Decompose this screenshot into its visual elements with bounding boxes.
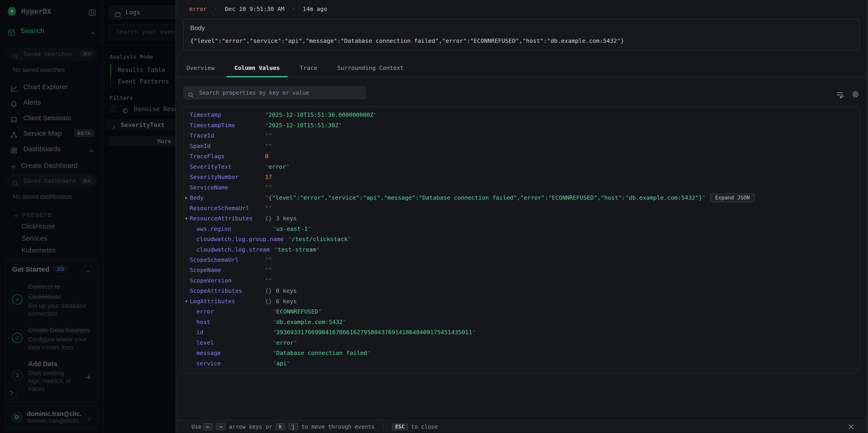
gear-icon[interactable] [851,89,860,97]
property-row-scopeattributes[interactable]: ScopeAttributes{}0 keys [184,286,859,296]
property-row-timestamptime[interactable]: TimestampTime"2025-12-10T15:51:30Z" [184,120,859,130]
property-key: Timestamp [190,110,265,120]
footer-text: arrow keys or [229,424,272,430]
property-value: "us-east-1" [273,224,311,234]
property-row-aws-region[interactable]: aws.region"us-east-1" [184,224,859,234]
properties-table: Timestamp"2025-12-10T15:51:30.000000000Z… [183,106,860,369]
property-key: LogAttributes [190,296,265,306]
property-value: {}3 keys [265,213,297,223]
tab-column-values[interactable]: Column Values [226,59,287,77]
properties-search-input[interactable] [198,89,361,97]
property-row-traceid[interactable]: TraceId"" [184,130,859,141]
app: HyperDX Search [0,0,868,433]
expander-collapsed-icon[interactable]: ▶ [185,193,188,203]
footer-text: Use [191,424,202,430]
detail-tabs: OverviewColumn ValuesTraceSurrounding Co… [176,59,868,77]
search-icon [188,90,194,96]
property-value: "api" [273,358,290,369]
property-key: message [196,348,273,358]
property-key: host [196,317,273,327]
property-row-message[interactable]: message"Database connection failed" [184,348,859,358]
property-value: "error" [273,338,298,348]
property-row-scopename[interactable]: ScopeName"" [184,265,859,275]
property-row-scopeversion[interactable]: ScopeVersion"" [184,275,859,286]
wrap-lines-icon[interactable] [836,89,844,97]
property-row-resourceschemaurl[interactable]: ResourceSchemaUrl"" [184,203,859,213]
kbd-arrow-right: → [216,423,226,430]
property-key: SeverityNumber [190,172,265,182]
property-key: SpanId [190,141,265,151]
divider [383,423,383,430]
expand-json-button[interactable]: Expand JSON [710,193,755,202]
property-row-timestamp[interactable]: Timestamp"2025-12-10T15:51:30.000000000Z… [184,110,859,120]
property-key: level [196,338,273,348]
event-details-panel: error · Dec 10 9:51:30 AM · 14m ago Body… [176,0,868,433]
property-key: ResourceAttributes [190,213,265,223]
scrollbar[interactable] [866,0,868,433]
property-row-scopeschemaurl[interactable]: ScopeSchemaUrl"" [184,255,859,265]
property-key: error [196,306,273,317]
property-value: "{"level":"error","service":"api","messa… [265,193,706,203]
property-row-cloudwatch-log-group-name[interactable]: cloudwatch.log.group.name"/test/clicksta… [184,234,859,244]
property-key: ScopeName [190,265,265,275]
footer-bar: Use ← → arrow keys or k j to move throug… [176,420,868,433]
property-row-spanid[interactable]: SpanId"" [184,141,859,151]
property-value: "" [265,255,272,265]
property-row-service[interactable]: service"api" [184,358,859,369]
property-key: aws.region [196,224,273,234]
property-key: SeverityText [190,162,265,172]
tab-surrounding-context[interactable]: Surrounding Context [330,59,411,77]
property-value: "test-stream" [274,245,320,255]
property-key: ScopeVersion [190,275,265,286]
property-row-traceflags[interactable]: TraceFlags0 [184,151,859,161]
expander-expanded-icon[interactable]: ▼ [185,296,188,306]
property-row-host[interactable]: host"db.example.com:5432" [184,317,859,327]
footer-text: to move through events [302,424,375,430]
property-row-level[interactable]: level"error" [184,338,859,348]
property-value: "Database connection failed" [273,348,371,358]
property-row-error[interactable]: error"ECONNREFUSED" [184,306,859,317]
property-row-severitynumber[interactable]: SeverityNumber17 [184,172,859,182]
property-value: "" [265,130,272,141]
property-key: service [196,358,273,369]
property-value: {}0 keys [265,286,297,296]
event-age: 14m ago [303,5,327,12]
property-key: ResourceSchemaUrl [190,203,265,213]
property-key: ScopeSchemaUrl [190,255,265,265]
property-key: id [196,327,273,337]
property-key: TraceId [190,130,265,141]
property-value: "2025-12-10T15:51:30Z" [265,120,342,130]
property-key: cloudwatch.log.group.name [196,234,288,244]
property-value: "" [265,141,272,151]
property-row-body[interactable]: ▶Body"{"level":"error","service":"api","… [184,193,859,203]
property-key: cloudwatch.log.stream [196,245,274,255]
property-value: "" [265,275,272,286]
kbd-k: k [276,423,285,430]
property-value: "/test/clickstack" [288,234,351,244]
property-value: "error" [265,162,290,172]
expander-expanded-icon[interactable]: ▼ [185,213,188,223]
property-value: "" [265,182,272,193]
property-value: "393693317069904167066162795804376914186… [273,327,476,337]
property-row-id[interactable]: id"3936933170699041670661627958043769141… [184,327,859,337]
property-row-servicename[interactable]: ServiceName"" [184,182,859,193]
close-icon[interactable] [847,423,855,430]
property-key: Body [190,193,265,203]
property-key: TraceFlags [190,151,265,161]
property-row-logattributes[interactable]: ▼LogAttributes{}6 keys [184,296,859,306]
property-row-resourceattributes[interactable]: ▼ResourceAttributes{}3 keys [184,213,859,223]
property-row-severitytext[interactable]: SeverityText"error" [184,162,859,172]
tab-overview[interactable]: Overview [179,59,222,77]
property-value: "db.example.com:5432" [273,317,346,327]
property-value: 17 [265,172,272,182]
separator-dot: · [292,5,295,12]
property-value: "ECONNREFUSED" [273,306,322,317]
body-card-value: {"level":"error","service":"api","messag… [190,37,852,44]
tab-trace[interactable]: Trace [292,59,325,77]
property-value: "2025-12-10T15:51:30.000000000Z" [265,110,377,120]
property-row-cloudwatch-log-stream[interactable]: cloudwatch.log.stream"test-stream" [184,245,859,255]
property-value: 0 [265,151,269,161]
property-value: "" [265,203,272,213]
properties-search[interactable] [183,86,366,99]
property-key: ServiceName [190,182,265,193]
